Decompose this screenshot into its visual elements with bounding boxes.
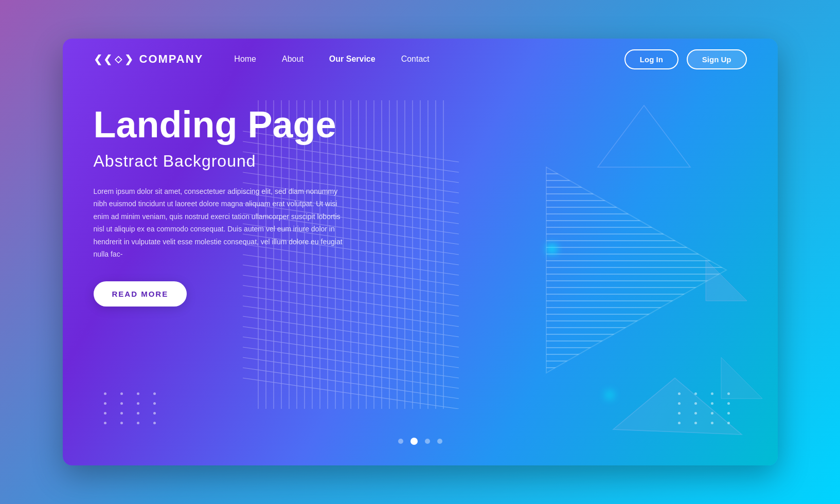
nav-item-about[interactable]: About bbox=[282, 55, 303, 64]
svg-marker-50 bbox=[598, 105, 690, 167]
hero-body-text: Lorem ipsum dolor sit amet, consectetuer… bbox=[94, 185, 346, 261]
dot-grid-left bbox=[104, 392, 163, 424]
dot-grid-right bbox=[678, 392, 737, 424]
nav-link-contact[interactable]: Contact bbox=[401, 55, 430, 63]
nav-link-service[interactable]: Our Service bbox=[329, 55, 376, 63]
dot bbox=[711, 402, 713, 405]
nav-links: Home About Our Service Contact bbox=[234, 55, 624, 64]
hero-section: Landing Page Abstract Background Lorem i… bbox=[94, 105, 346, 307]
svg-line-47 bbox=[243, 357, 459, 388]
nav-link-home[interactable]: Home bbox=[234, 55, 256, 63]
nav-link-about[interactable]: About bbox=[282, 55, 303, 63]
read-more-button[interactable]: READ MORE bbox=[94, 281, 187, 307]
svg-marker-52 bbox=[546, 167, 726, 373]
dot bbox=[694, 402, 697, 405]
pagination-dot-4[interactable] bbox=[437, 439, 442, 444]
dot bbox=[120, 412, 123, 415]
svg-line-43 bbox=[243, 316, 459, 347]
logo-diamond: ◇ bbox=[115, 53, 123, 65]
logo: ❮❮ ◇ ❯ COMPANY bbox=[94, 52, 204, 66]
svg-line-49 bbox=[243, 378, 459, 409]
dot bbox=[137, 412, 139, 415]
svg-marker-85 bbox=[706, 260, 747, 301]
svg-marker-51 bbox=[546, 167, 726, 373]
dot bbox=[153, 412, 156, 415]
hero-title: Landing Page bbox=[94, 105, 346, 145]
nav-item-home[interactable]: Home bbox=[234, 55, 256, 64]
dot bbox=[137, 422, 139, 424]
dot bbox=[104, 422, 106, 424]
dot bbox=[120, 392, 123, 395]
logo-chevron-left: ❮❮ bbox=[94, 53, 113, 65]
svg-line-45 bbox=[243, 337, 459, 368]
logo-text: COMPANY bbox=[139, 52, 204, 66]
dot bbox=[711, 422, 713, 424]
pagination-dot-3[interactable] bbox=[425, 439, 430, 444]
hero-subtitle: Abstract Background bbox=[94, 152, 346, 171]
pagination bbox=[398, 438, 442, 445]
dot bbox=[711, 392, 713, 395]
dot bbox=[727, 422, 730, 424]
dot bbox=[153, 392, 156, 395]
dot bbox=[678, 402, 681, 405]
svg-line-42 bbox=[243, 306, 459, 337]
glow-spot-2 bbox=[606, 391, 613, 399]
svg-line-46 bbox=[243, 347, 459, 378]
dot bbox=[678, 412, 681, 415]
outer-background: ❮❮ ◇ ❯ COMPANY Home About Our Service Co… bbox=[0, 0, 840, 504]
dot bbox=[711, 412, 713, 415]
nav-item-service[interactable]: Our Service bbox=[329, 55, 376, 64]
dot bbox=[137, 402, 139, 405]
svg-line-48 bbox=[243, 368, 459, 399]
nav-item-contact[interactable]: Contact bbox=[401, 55, 430, 64]
dot bbox=[153, 422, 156, 424]
login-button[interactable]: Log In bbox=[624, 49, 678, 69]
dot bbox=[694, 422, 697, 424]
nav-actions: Log In Sign Up bbox=[624, 49, 747, 69]
dot bbox=[137, 392, 139, 395]
dot bbox=[678, 422, 681, 424]
logo-icon: ❮❮ ◇ ❯ bbox=[94, 53, 134, 65]
dot bbox=[104, 392, 106, 395]
dot bbox=[153, 402, 156, 405]
dot bbox=[120, 402, 123, 405]
dot bbox=[104, 412, 106, 415]
dot bbox=[727, 412, 730, 415]
glow-spot-1 bbox=[547, 244, 557, 254]
landing-card: ❮❮ ◇ ❯ COMPANY Home About Our Service Co… bbox=[63, 39, 778, 465]
logo-chevron-right: ❯ bbox=[124, 53, 134, 65]
dot bbox=[120, 422, 123, 424]
dot bbox=[104, 402, 106, 405]
svg-line-44 bbox=[243, 327, 459, 357]
dot bbox=[694, 412, 697, 415]
signup-button[interactable]: Sign Up bbox=[687, 49, 747, 69]
pagination-dot-1[interactable] bbox=[398, 439, 403, 444]
dot bbox=[678, 392, 681, 395]
dot bbox=[694, 392, 697, 395]
dot bbox=[727, 402, 730, 405]
navbar: ❮❮ ◇ ❯ COMPANY Home About Our Service Co… bbox=[63, 39, 778, 80]
dot bbox=[727, 392, 730, 395]
pagination-dot-2[interactable] bbox=[410, 438, 418, 445]
